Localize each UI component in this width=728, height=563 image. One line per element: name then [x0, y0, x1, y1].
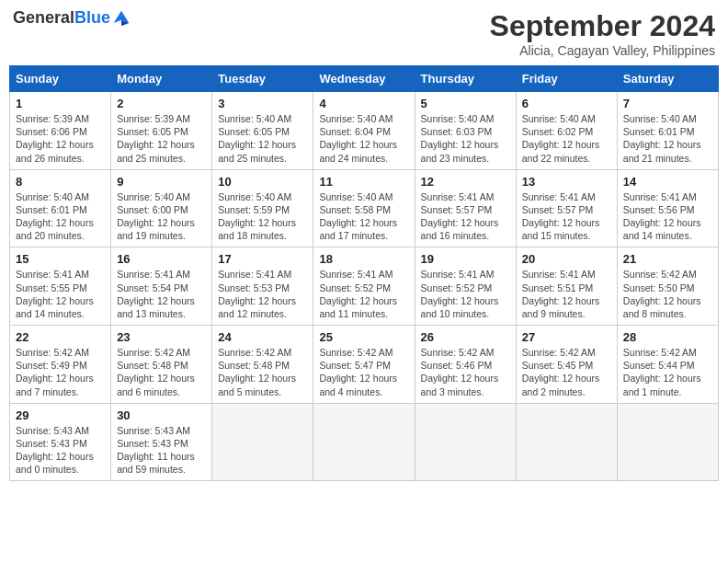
- day-cell: 10Sunrise: 5:40 AMSunset: 5:59 PMDayligh…: [212, 169, 313, 247]
- week-row-5: 29Sunrise: 5:43 AMSunset: 5:43 PMDayligh…: [10, 403, 719, 481]
- weekday-header-tuesday: Tuesday: [212, 66, 313, 92]
- day-cell: 25Sunrise: 5:42 AMSunset: 5:47 PMDayligh…: [313, 326, 415, 404]
- day-number: 20: [522, 252, 611, 266]
- logo: GeneralBlue: [13, 9, 131, 28]
- subtitle: Alicia, Cagayan Valley, Philippines: [490, 43, 715, 58]
- day-info: Sunrise: 5:43 AMSunset: 5:43 PMDaylight:…: [16, 424, 105, 477]
- day-cell: 3Sunrise: 5:40 AMSunset: 6:05 PMDaylight…: [212, 92, 313, 170]
- day-info: Sunrise: 5:42 AMSunset: 5:49 PMDaylight:…: [16, 346, 105, 398]
- day-cell: 27Sunrise: 5:42 AMSunset: 5:45 PMDayligh…: [516, 326, 617, 404]
- day-number: 4: [319, 97, 408, 110]
- day-number: 7: [623, 97, 712, 110]
- weekday-header-friday: Friday: [516, 66, 617, 92]
- day-number: 15: [16, 252, 105, 266]
- week-row-2: 8Sunrise: 5:40 AMSunset: 6:01 PMDaylight…: [10, 169, 719, 247]
- day-cell: [415, 403, 516, 481]
- day-number: 11: [319, 175, 408, 189]
- day-number: 3: [218, 97, 307, 110]
- day-info: Sunrise: 5:42 AMSunset: 5:47 PMDaylight:…: [319, 346, 408, 398]
- day-number: 22: [16, 330, 105, 344]
- day-number: 16: [117, 252, 206, 266]
- day-number: 25: [319, 330, 408, 344]
- day-info: Sunrise: 5:39 AMSunset: 6:05 PMDaylight:…: [117, 112, 206, 165]
- day-cell: [516, 403, 617, 481]
- weekday-header-monday: Monday: [111, 66, 212, 92]
- day-info: Sunrise: 5:40 AMSunset: 5:58 PMDaylight:…: [319, 190, 408, 243]
- weekday-header-thursday: Thursday: [415, 66, 516, 92]
- day-cell: 5Sunrise: 5:40 AMSunset: 6:03 PMDaylight…: [415, 92, 516, 170]
- day-cell: 16Sunrise: 5:41 AMSunset: 5:54 PMDayligh…: [111, 247, 212, 326]
- week-row-4: 22Sunrise: 5:42 AMSunset: 5:49 PMDayligh…: [10, 326, 719, 404]
- day-cell: 21Sunrise: 5:42 AMSunset: 5:50 PMDayligh…: [617, 247, 718, 326]
- day-cell: 2Sunrise: 5:39 AMSunset: 6:05 PMDaylight…: [111, 92, 212, 170]
- day-number: 23: [117, 330, 206, 344]
- day-cell: [212, 403, 313, 481]
- day-cell: 29Sunrise: 5:43 AMSunset: 5:43 PMDayligh…: [10, 403, 111, 481]
- calendar: SundayMondayTuesdayWednesdayThursdayFrid…: [9, 65, 719, 481]
- day-number: 6: [522, 97, 611, 110]
- day-number: 26: [421, 330, 510, 344]
- day-info: Sunrise: 5:41 AMSunset: 5:52 PMDaylight:…: [319, 268, 408, 320]
- day-info: Sunrise: 5:41 AMSunset: 5:57 PMDaylight:…: [522, 190, 611, 243]
- day-cell: 13Sunrise: 5:41 AMSunset: 5:57 PMDayligh…: [516, 169, 617, 247]
- day-number: 5: [421, 97, 510, 110]
- header: GeneralBlue September 2024 Alicia, Cagay…: [9, 9, 719, 58]
- day-cell: 11Sunrise: 5:40 AMSunset: 5:58 PMDayligh…: [313, 169, 415, 247]
- day-cell: 9Sunrise: 5:40 AMSunset: 6:00 PMDaylight…: [111, 169, 212, 247]
- day-cell: 17Sunrise: 5:41 AMSunset: 5:53 PMDayligh…: [212, 247, 313, 326]
- day-info: Sunrise: 5:42 AMSunset: 5:44 PMDaylight:…: [623, 346, 712, 398]
- logo-icon: [112, 9, 131, 28]
- day-number: 12: [421, 175, 510, 189]
- day-info: Sunrise: 5:41 AMSunset: 5:55 PMDaylight:…: [16, 268, 105, 320]
- day-cell: 14Sunrise: 5:41 AMSunset: 5:56 PMDayligh…: [617, 169, 718, 247]
- day-number: 18: [319, 252, 408, 266]
- day-info: Sunrise: 5:41 AMSunset: 5:53 PMDaylight:…: [218, 268, 307, 320]
- day-info: Sunrise: 5:40 AMSunset: 6:01 PMDaylight:…: [623, 112, 712, 165]
- day-cell: [313, 403, 415, 481]
- day-number: 9: [117, 175, 206, 189]
- day-cell: 19Sunrise: 5:41 AMSunset: 5:52 PMDayligh…: [415, 247, 516, 326]
- day-info: Sunrise: 5:39 AMSunset: 6:06 PMDaylight:…: [16, 112, 105, 165]
- day-cell: 28Sunrise: 5:42 AMSunset: 5:44 PMDayligh…: [617, 326, 718, 404]
- day-number: 27: [522, 330, 611, 344]
- day-number: 1: [16, 97, 105, 110]
- day-info: Sunrise: 5:42 AMSunset: 5:48 PMDaylight:…: [117, 346, 206, 398]
- day-info: Sunrise: 5:42 AMSunset: 5:50 PMDaylight:…: [623, 268, 712, 320]
- day-info: Sunrise: 5:40 AMSunset: 6:04 PMDaylight:…: [319, 112, 408, 165]
- weekday-header-saturday: Saturday: [617, 66, 718, 92]
- day-info: Sunrise: 5:41 AMSunset: 5:54 PMDaylight:…: [117, 268, 206, 320]
- day-number: 21: [623, 252, 712, 266]
- day-cell: 15Sunrise: 5:41 AMSunset: 5:55 PMDayligh…: [10, 247, 111, 326]
- day-info: Sunrise: 5:42 AMSunset: 5:45 PMDaylight:…: [522, 346, 611, 398]
- day-cell: 18Sunrise: 5:41 AMSunset: 5:52 PMDayligh…: [313, 247, 415, 326]
- day-number: 30: [117, 408, 206, 422]
- day-cell: 6Sunrise: 5:40 AMSunset: 6:02 PMDaylight…: [516, 92, 617, 170]
- day-cell: 20Sunrise: 5:41 AMSunset: 5:51 PMDayligh…: [516, 247, 617, 326]
- calendar-body: 1Sunrise: 5:39 AMSunset: 6:06 PMDaylight…: [10, 92, 719, 481]
- day-cell: 8Sunrise: 5:40 AMSunset: 6:01 PMDaylight…: [10, 169, 111, 247]
- week-row-1: 1Sunrise: 5:39 AMSunset: 6:06 PMDaylight…: [10, 92, 719, 170]
- day-info: Sunrise: 5:40 AMSunset: 6:05 PMDaylight:…: [218, 112, 307, 165]
- day-cell: 4Sunrise: 5:40 AMSunset: 6:04 PMDaylight…: [313, 92, 415, 170]
- day-cell: 26Sunrise: 5:42 AMSunset: 5:46 PMDayligh…: [415, 326, 516, 404]
- day-info: Sunrise: 5:40 AMSunset: 6:02 PMDaylight:…: [522, 112, 611, 165]
- day-cell: 23Sunrise: 5:42 AMSunset: 5:48 PMDayligh…: [111, 326, 212, 404]
- day-number: 8: [16, 175, 105, 189]
- day-number: 14: [623, 175, 712, 189]
- day-number: 28: [623, 330, 712, 344]
- day-number: 13: [522, 175, 611, 189]
- week-row-3: 15Sunrise: 5:41 AMSunset: 5:55 PMDayligh…: [10, 247, 719, 326]
- day-cell: 24Sunrise: 5:42 AMSunset: 5:48 PMDayligh…: [212, 326, 313, 404]
- title-area: September 2024 Alicia, Cagayan Valley, P…: [490, 9, 715, 58]
- day-cell: 12Sunrise: 5:41 AMSunset: 5:57 PMDayligh…: [415, 169, 516, 247]
- weekday-header: SundayMondayTuesdayWednesdayThursdayFrid…: [10, 66, 719, 92]
- day-info: Sunrise: 5:40 AMSunset: 6:01 PMDaylight:…: [16, 190, 105, 243]
- day-number: 19: [421, 252, 510, 266]
- day-number: 17: [218, 252, 307, 266]
- day-cell: 30Sunrise: 5:43 AMSunset: 5:43 PMDayligh…: [111, 403, 212, 481]
- day-number: 29: [16, 408, 105, 422]
- day-cell: 22Sunrise: 5:42 AMSunset: 5:49 PMDayligh…: [10, 326, 111, 404]
- day-info: Sunrise: 5:42 AMSunset: 5:46 PMDaylight:…: [421, 346, 510, 398]
- logo-text: GeneralBlue: [13, 9, 110, 28]
- day-cell: [617, 403, 718, 481]
